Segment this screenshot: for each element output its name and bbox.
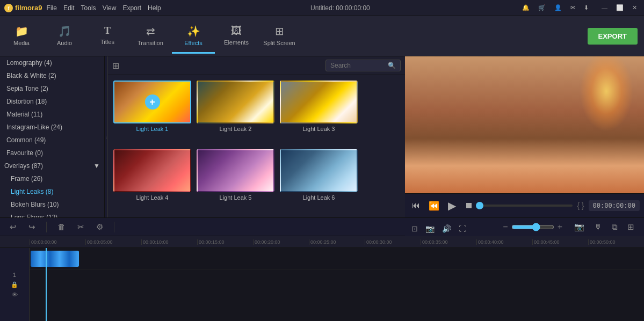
toolbar-titles[interactable]: T Titles: [86, 19, 129, 54]
video-clip[interactable]: [31, 251, 79, 267]
search-box: 🔍: [325, 60, 401, 71]
sidebar-favourite-top[interactable]: Favourite (0): [0, 147, 104, 159]
sidebar-frame[interactable]: Frame (26): [0, 172, 104, 185]
toolbar-split-screen[interactable]: ⊞ Split Screen: [258, 19, 301, 54]
effects-sidebar: Lomography (4) Black & White (2) Sepia T…: [0, 56, 105, 217]
menu-file[interactable]: File: [47, 4, 57, 12]
grid-view-icon[interactable]: ⊞: [112, 61, 119, 71]
maximize-button[interactable]: ⬜: [613, 3, 626, 12]
toolbar-audio[interactable]: 🎵 Audio: [43, 19, 86, 54]
sidebar-lomography[interactable]: Lomography (4): [0, 56, 104, 69]
cart-icon[interactable]: 🛒: [536, 3, 548, 12]
split-screen-icon: ⊞: [275, 25, 284, 38]
zoom-out-button[interactable]: −: [503, 222, 508, 232]
add-track[interactable]: ⊞: [624, 220, 638, 234]
zoom-control: − +: [503, 222, 562, 232]
sidebar-black-white[interactable]: Black & White (2): [0, 69, 104, 82]
sidebar-lens-flares[interactable]: Lens Flares (12): [0, 211, 104, 217]
chevron-down-icon: ▼: [93, 162, 100, 170]
redo-button[interactable]: ↪: [25, 220, 39, 234]
undo-button[interactable]: ↩: [6, 220, 20, 234]
progress-bar[interactable]: [480, 205, 573, 207]
sidebar-common[interactable]: Common (49): [0, 134, 104, 147]
delete-button[interactable]: 🗑: [54, 220, 69, 234]
eye-icon[interactable]: 👁: [12, 291, 18, 298]
toolbar-media[interactable]: 📁 Media: [0, 19, 43, 54]
stop-button[interactable]: ⏹: [462, 199, 475, 213]
effects-icon: ✨: [187, 25, 200, 38]
zoom-slider[interactable]: [511, 223, 554, 231]
main-toolbar: 📁 Media 🎵 Audio T Titles ⇄ Transition ✨ …: [0, 16, 644, 56]
ruler-mark-6: 00:00:30:00: [365, 239, 421, 245]
pip-bottom[interactable]: ⧉: [609, 220, 621, 234]
media-icon: 📁: [15, 25, 28, 38]
download-icon[interactable]: ⬇: [581, 3, 591, 12]
effect-item-ll1[interactable]: + Light Leak 1: [113, 81, 191, 144]
timeline-tracks-area[interactable]: [30, 248, 644, 321]
pip-tool[interactable]: ⊡: [409, 222, 420, 235]
toolbar-elements[interactable]: 🖼 Elements: [215, 19, 258, 54]
preview-content: [405, 56, 644, 193]
effect-item-ll3[interactable]: Light Leak 3: [280, 81, 358, 144]
menu-edit[interactable]: Edit: [63, 4, 75, 12]
close-button[interactable]: ✕: [629, 3, 640, 12]
effect-label-ll3: Light Leak 3: [303, 126, 335, 132]
sidebar-light-leaks[interactable]: Light Leaks (8): [0, 185, 104, 198]
toolbar-separator: [46, 222, 47, 232]
fullscreen-tool[interactable]: ⛶: [457, 222, 468, 235]
zoom-in-button[interactable]: +: [558, 222, 562, 232]
audio-tool[interactable]: 🔊: [440, 222, 453, 235]
toolbar-separator-2: [114, 222, 114, 232]
cut-button[interactable]: ✂: [74, 220, 88, 234]
ruler-mark-1: 00:00:05:00: [85, 239, 141, 245]
effect-item-ll5[interactable]: Light Leak 5: [197, 149, 274, 213]
effect-item-ll2[interactable]: Light Leak 2: [197, 81, 274, 144]
playhead[interactable]: [46, 248, 47, 321]
voice-over[interactable]: 🎙: [591, 220, 605, 234]
video-track-row: [30, 248, 644, 269]
minimize-button[interactable]: —: [599, 4, 610, 12]
menu-view[interactable]: View: [103, 4, 117, 12]
search-input[interactable]: [330, 62, 385, 69]
ruler-mark-8: 00:00:40:00: [476, 239, 532, 245]
step-back-button[interactable]: ⏪: [426, 199, 442, 213]
clip-out-marker: }: [582, 201, 584, 210]
menu-export[interactable]: Export: [122, 4, 141, 12]
transition-icon: ⇄: [146, 25, 155, 38]
sidebar-resize-handle[interactable]: ⋮: [105, 56, 108, 217]
sidebar-material[interactable]: Material (11): [0, 108, 104, 121]
effect-label-ll4: Light Leak 4: [136, 194, 169, 201]
menu-tools[interactable]: Tools: [81, 4, 96, 12]
adjust-button[interactable]: ⚙: [93, 220, 106, 234]
snapshot-tool[interactable]: 📷: [423, 222, 437, 235]
menu-help[interactable]: Help: [148, 4, 161, 12]
sidebar-overlays-group[interactable]: Overlays (87) ▼: [0, 159, 104, 172]
toolbar-effects[interactable]: ✨ Effects: [172, 19, 215, 54]
progress-handle[interactable]: [476, 202, 483, 209]
effect-item-ll4[interactable]: Light Leak 4: [113, 149, 191, 213]
sidebar-instagram[interactable]: Instagram-Like (24): [0, 121, 104, 134]
window-controls: 🔔 🛒 👤 ✉ ⬇ — ⬜ ✕: [519, 3, 640, 12]
effects-panel-header: ⊞ 🔍: [108, 56, 405, 75]
play-button[interactable]: ▶: [446, 197, 458, 214]
toolbar-transition[interactable]: ⇄ Transition: [129, 19, 172, 54]
snapshot-bottom[interactable]: 📷: [571, 220, 588, 234]
skip-back-button[interactable]: ⏮: [409, 199, 422, 213]
effect-item-ll6[interactable]: Light Leak 6: [280, 149, 358, 213]
ruler-mark-7: 00:00:35:00: [421, 239, 476, 245]
sidebar-bokeh[interactable]: Bokeh Blurs (10): [0, 198, 104, 211]
preview-video: [405, 56, 644, 193]
ruler-mark-5: 00:00:25:00: [309, 239, 365, 245]
timeline: 00:00:00:0000:00:05:0000:00:10:0000:00:1…: [0, 236, 644, 321]
effect-thumb-ll3: [280, 81, 358, 123]
ruler-mark-10: 00:00:50:00: [588, 239, 644, 245]
mail-icon[interactable]: ✉: [568, 3, 578, 12]
lock-icon[interactable]: 🔒: [11, 281, 18, 288]
user-icon[interactable]: 👤: [552, 3, 565, 12]
right-tools: 📷 🎙 ⧉ ⊞: [571, 220, 638, 234]
sidebar-sepia[interactable]: Sepia Tone (2): [0, 82, 104, 95]
notify-icon[interactable]: 🔔: [519, 3, 532, 12]
ruler-mark-4: 00:00:20:00: [253, 239, 309, 245]
sidebar-distortion[interactable]: Distortion (18): [0, 95, 104, 108]
export-button[interactable]: EXPORT: [588, 28, 638, 45]
